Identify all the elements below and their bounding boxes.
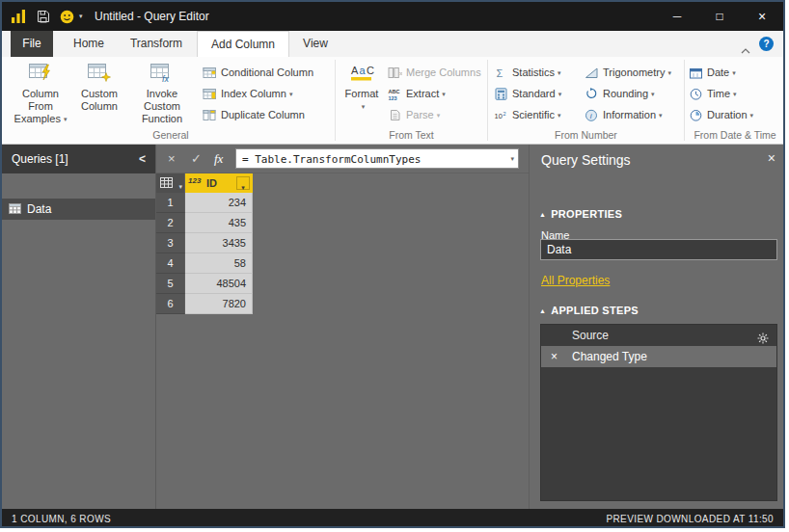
date-button[interactable]: Date▾	[689, 63, 736, 82]
formula-expand-icon[interactable]: ▾	[510, 149, 514, 168]
row-number[interactable]: 2	[156, 213, 185, 233]
scientific-button[interactable]: 102Scientific▾	[494, 105, 561, 124]
button-label: Trigonometry	[603, 66, 665, 78]
svg-text:i: i	[590, 112, 592, 120]
row-number[interactable]: 1	[156, 193, 185, 213]
tab-file[interactable]: File	[11, 31, 53, 57]
invoke-custom-function-button[interactable]: fx Invoke Custom Function	[127, 61, 197, 124]
group-label-general: General	[8, 129, 334, 141]
row-number[interactable]: 5	[156, 274, 185, 294]
all-properties-link[interactable]: All Properties	[541, 274, 610, 287]
invoke-custom-function-icon: fx	[127, 62, 197, 85]
grid-cell[interactable]: 3435	[185, 233, 253, 253]
formula-input-wrap: ▾	[235, 148, 519, 169]
applied-steps-list: Source × Changed Type	[540, 324, 777, 501]
grid-corner-menu[interactable]: ▾	[156, 173, 185, 193]
query-name-input[interactable]	[540, 239, 777, 260]
trigonometry-icon	[585, 66, 599, 79]
formula-input[interactable]	[236, 150, 518, 169]
window-title: Untitled - Query Editor	[95, 2, 209, 31]
help-icon[interactable]: ?	[759, 37, 774, 51]
query-list-item-data[interactable]: Data	[2, 199, 155, 220]
svg-text:Σ: Σ	[497, 67, 503, 79]
statistics-icon: Σ	[494, 66, 508, 79]
query-item-label: Data	[27, 202, 51, 216]
status-bar: 1 COLUMN, 6 ROWS PREVIEW DOWNLOADED AT 1…	[2, 509, 783, 528]
standard-button[interactable]: Standard▾	[494, 84, 561, 103]
button-label: Date	[707, 66, 729, 78]
rounding-button[interactable]: Rounding▾	[585, 84, 655, 103]
step-label: Changed Type	[572, 350, 647, 363]
trigonometry-button[interactable]: Trigonometry▾	[585, 63, 671, 82]
duration-button[interactable]: Duration▾	[689, 105, 753, 124]
tab-add-column[interactable]: Add Column	[197, 31, 289, 57]
statistics-button[interactable]: ΣStatistics▾	[494, 63, 561, 82]
cancel-formula-icon[interactable]: ×	[168, 145, 176, 173]
column-type-icon[interactable]: 123	[188, 176, 201, 185]
dropdown-caret-icon: ▾	[651, 91, 655, 97]
extract-button[interactable]: ABC123Extract▾	[388, 84, 446, 103]
applied-step-changed-type[interactable]: × Changed Type	[541, 346, 776, 367]
svg-text:C: C	[367, 65, 374, 76]
date-icon	[689, 66, 703, 79]
merge-columns-icon: »	[388, 66, 402, 79]
index-column-button[interactable]: Index Column▾	[203, 84, 292, 103]
applied-step-source[interactable]: Source	[541, 325, 776, 346]
queries-panel-header: Queries [1] <	[2, 145, 155, 173]
dropdown-caret-icon: ▾	[659, 112, 663, 119]
minimize-button[interactable]: ─	[656, 2, 698, 31]
query-settings-title: Query Settings	[541, 152, 631, 168]
toolbar-dropdown-icon[interactable]: ▾	[79, 2, 83, 31]
button-label: Merge Columns	[406, 66, 481, 78]
parse-button: Parse▾	[388, 105, 440, 124]
button-label: Rounding	[603, 88, 648, 99]
delete-step-icon[interactable]: ×	[551, 346, 558, 367]
tab-view[interactable]: View	[289, 31, 341, 57]
grid-cell[interactable]: 435	[185, 213, 253, 233]
conditional-column-button[interactable]: Conditional Column	[203, 63, 313, 82]
ribbon-tab-strip: File Home Transform Add Column View ?	[2, 31, 783, 57]
group-label-from-number: From Number	[488, 129, 684, 141]
column-filter-button[interactable]: ▾	[236, 176, 250, 190]
maximize-button[interactable]: □	[698, 2, 741, 31]
column-header-id[interactable]: 123 ID ▾	[185, 173, 253, 193]
collapse-queries-pane-icon[interactable]: <	[139, 145, 146, 173]
button-label: Index Column	[221, 88, 286, 99]
properties-section-header[interactable]: ▲PROPERTIES	[539, 208, 622, 220]
grid-cell[interactable]: 234	[185, 193, 253, 213]
close-settings-icon[interactable]: ×	[768, 150, 775, 166]
feedback-smiley-icon[interactable]	[60, 10, 74, 28]
collapse-ribbon-icon[interactable]	[741, 40, 750, 58]
time-button[interactable]: Time▾	[689, 84, 737, 103]
row-number[interactable]: 6	[156, 294, 185, 314]
grid-cell[interactable]: 58	[185, 253, 253, 274]
row-number[interactable]: 3	[156, 233, 185, 253]
column-from-examples-icon	[10, 62, 71, 85]
dropdown-caret-icon: ▾	[64, 116, 68, 122]
commit-formula-icon[interactable]: ✓	[191, 145, 202, 173]
applied-steps-section-header[interactable]: ▲APPLIED STEPS	[539, 305, 639, 316]
svg-text:a: a	[360, 65, 367, 76]
dropdown-caret-icon: ▾	[437, 112, 441, 119]
duplicate-column-button[interactable]: Duplicate Column	[203, 105, 305, 124]
dropdown-caret-icon: ▾	[733, 91, 737, 97]
close-button[interactable]: ×	[741, 2, 783, 31]
custom-column-button[interactable]: Custom Column	[73, 61, 125, 124]
powerbi-logo-icon	[11, 9, 26, 28]
information-button[interactable]: iInformation▾	[585, 105, 663, 124]
save-icon[interactable]	[37, 10, 50, 27]
grid-cell[interactable]: 7820	[185, 294, 253, 314]
format-button[interactable]: AaC Format ▾	[340, 61, 384, 124]
column-from-examples-button[interactable]: Column From Examples▾	[10, 61, 71, 124]
button-label: Invoke Custom	[127, 88, 197, 113]
tab-home[interactable]: Home	[62, 31, 116, 57]
svg-text:2: 2	[503, 111, 506, 117]
button-label: Extract	[406, 88, 439, 99]
row-number[interactable]: 4	[156, 253, 185, 274]
fx-icon[interactable]: fx	[214, 145, 223, 173]
rounding-icon	[585, 88, 599, 100]
time-icon	[689, 88, 703, 100]
grid-cell[interactable]: 48504	[185, 274, 253, 294]
tab-transform[interactable]: Transform	[116, 31, 197, 57]
extract-icon: ABC123	[388, 88, 402, 100]
